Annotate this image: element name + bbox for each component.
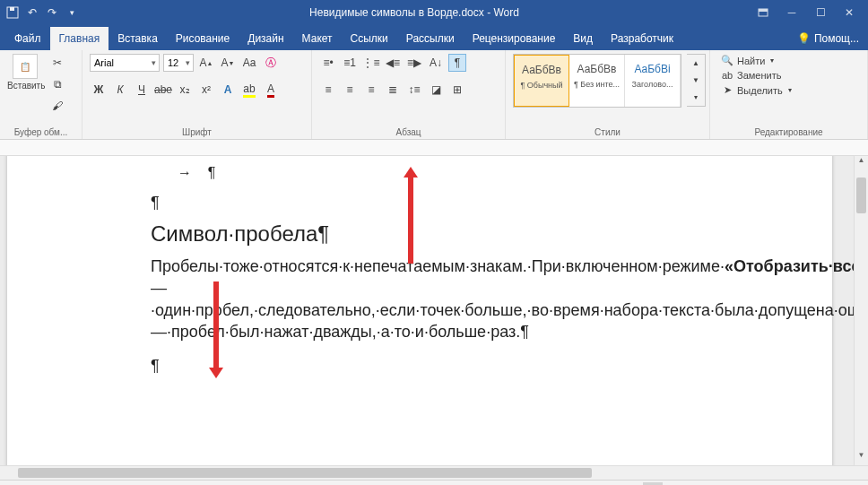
superscript-button[interactable]: x² [197,81,215,99]
style-preview: АаБбВі [627,58,678,80]
replace-label: Заменить [737,70,781,81]
numbering-button[interactable]: ≡1 [341,54,359,72]
tab-draw[interactable]: Рисование [167,27,239,50]
pilcrow-mark: ¶ [208,165,216,180]
tab-review[interactable]: Рецензирование [464,27,565,50]
style-name: ¶ Обычный [516,81,567,90]
style-preview: АаБбВв [516,59,567,81]
scroll-up-icon[interactable]: ▲ [855,156,868,170]
page[interactable]: → ¶ ¶ Символ·пробела¶ Пробелы·тоже·относ… [7,156,832,465]
paragraph-group-label: Абзац [319,126,498,137]
decrease-indent-button[interactable]: ◀≡ [384,54,402,72]
shading-button[interactable]: ◪ [427,81,445,99]
align-right-button[interactable]: ≡ [362,81,380,99]
styles-gallery[interactable]: АаБбВв ¶ Обычный АаБбВв ¶ Без инте... Аа… [513,54,681,108]
cut-button[interactable]: ✂ [48,54,66,72]
redo-icon[interactable]: ↷ [45,5,59,20]
bold-button[interactable]: Ж [90,81,108,99]
horizontal-scrollbar[interactable] [0,465,868,480]
paste-button[interactable]: 📋 Вставить [7,54,43,91]
format-painter-button[interactable]: 🖌 [48,97,66,115]
highlight-button[interactable]: ab [240,81,258,99]
styles-group-label: Стили [513,126,702,137]
tab-marker: → [178,165,192,180]
style-normal[interactable]: АаБбВв ¶ Обычный [514,55,569,107]
tab-design[interactable]: Дизайн [239,27,292,50]
window-title: Невидимые символы в Ворде.docx - Word [79,6,750,19]
tab-developer[interactable]: Разработчик [602,27,682,50]
tab-layout[interactable]: Макет [293,27,342,50]
align-center-button[interactable]: ≡ [341,81,359,99]
change-case-button[interactable]: Aa [240,54,258,72]
paste-label: Вставить [7,81,43,91]
subscript-button[interactable]: x₂ [176,81,194,99]
annotation-arrow-down [408,174,413,264]
undo-icon[interactable]: ↶ [25,5,39,20]
align-left-button[interactable]: ≡ [319,81,337,99]
save-icon[interactable] [5,5,20,20]
clipboard-group-label: Буфер обм... [7,126,74,137]
qat-more-icon[interactable]: ▾ [65,5,79,20]
style-name: ¶ Без инте... [571,80,622,89]
style-preview: АаБбВв [571,58,622,80]
line-spacing-button[interactable]: ↕≡ [405,81,423,99]
style-heading1[interactable]: АаБбВі Заголово... [625,55,681,107]
tab-file[interactable]: Файл [5,27,50,50]
increase-indent-button[interactable]: ≡▶ [405,54,423,72]
read-mode-button[interactable]: ▭ [611,482,630,486]
ribbon-display-options[interactable] [750,4,777,22]
tab-references[interactable]: Ссылки [342,27,397,50]
close-button[interactable]: ✕ [836,4,863,22]
tab-home[interactable]: Главная [50,27,109,50]
document-heading[interactable]: Символ·пробела¶ [151,221,832,247]
justify-button[interactable]: ≣ [384,81,402,99]
svg-rect-1 [10,7,14,11]
body-bold: «Отобразить·все·знаки» [725,257,868,275]
bullets-button[interactable]: ≡• [319,54,337,72]
empty-pilcrow-2: ¶ [151,357,832,376]
replace-icon: ab [721,70,733,81]
minimize-button[interactable]: ─ [778,4,805,22]
borders-button[interactable]: ⊞ [448,81,466,99]
tab-view[interactable]: Вид [564,27,602,50]
italic-button[interactable]: К [111,81,129,99]
clear-formatting-button[interactable]: Ⓐ [262,54,280,72]
vertical-scrollbar[interactable]: ▲ ▼ [854,156,868,465]
style-no-spacing[interactable]: АаБбВв ¶ Без инте... [569,55,625,107]
scroll-thumb[interactable] [856,178,866,213]
copy-button[interactable]: ⧉ [48,75,66,93]
underline-button[interactable]: Ч [133,81,151,99]
font-color-button[interactable]: A [262,81,280,99]
tab-insert[interactable]: Вставка [108,27,167,50]
clipboard-icon: 📋 [13,54,38,79]
document-area[interactable]: → ¶ ¶ Символ·пробела¶ Пробелы·тоже·относ… [0,156,868,465]
font-group-label: Шрифт [90,126,304,137]
styles-scroll-down[interactable]: ▼ [687,72,705,89]
find-button[interactable]: 🔍Найти▾ [717,54,795,67]
replace-button[interactable]: abЗаменить [717,69,795,82]
strikethrough-button[interactable]: abe [154,81,172,99]
find-label: Найти [737,56,765,66]
multilevel-button[interactable]: ⋮≡ [362,54,380,72]
text-effects-button[interactable]: A [219,81,237,99]
tab-mailings[interactable]: Рассылки [397,27,464,50]
maximize-button[interactable]: ☐ [807,4,834,22]
scroll-down-icon[interactable]: ▼ [855,451,868,465]
shrink-font-button[interactable]: A▼ [219,54,237,72]
styles-scroll-up[interactable]: ▲ [687,55,705,72]
document-body[interactable]: Пробелы·тоже·относятся·к·непечатаемым·зн… [151,255,778,342]
grow-font-button[interactable]: A▲ [197,54,215,72]
font-name-combo[interactable]: Arial [90,54,160,72]
horizontal-ruler[interactable] [0,140,868,156]
hscroll-thumb[interactable] [18,468,592,478]
search-icon: 🔍 [721,55,733,66]
font-size-combo[interactable]: 12 [163,54,194,72]
print-layout-button[interactable]: ▤ [643,482,663,486]
ribbon-tabs: Файл Главная Вставка Рисование Дизайн Ма… [0,25,868,50]
select-button[interactable]: ➤Выделить▾ [717,83,795,97]
tell-me-box[interactable]: 💡 Помощ... [788,27,868,50]
show-hide-marks-button[interactable]: ¶ [448,54,466,72]
web-layout-button[interactable]: ▦ [675,482,695,486]
sort-button[interactable]: A↓ [427,54,445,72]
styles-expand[interactable]: ▾ [687,89,705,106]
